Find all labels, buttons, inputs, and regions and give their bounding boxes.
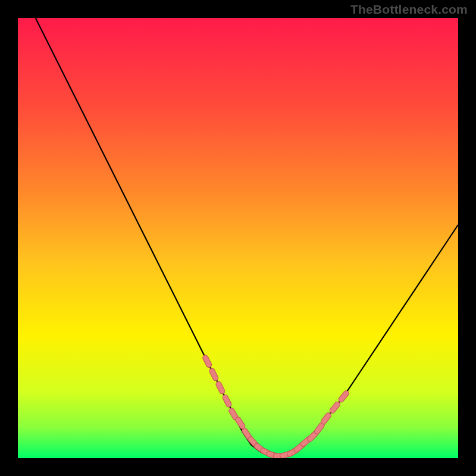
watermark-text: TheBottleneck.com [350, 2, 468, 17]
chart-svg [18, 18, 458, 458]
chart-frame: TheBottleneck.com [0, 0, 476, 476]
gradient-background [18, 18, 458, 458]
plot-area [18, 18, 458, 458]
